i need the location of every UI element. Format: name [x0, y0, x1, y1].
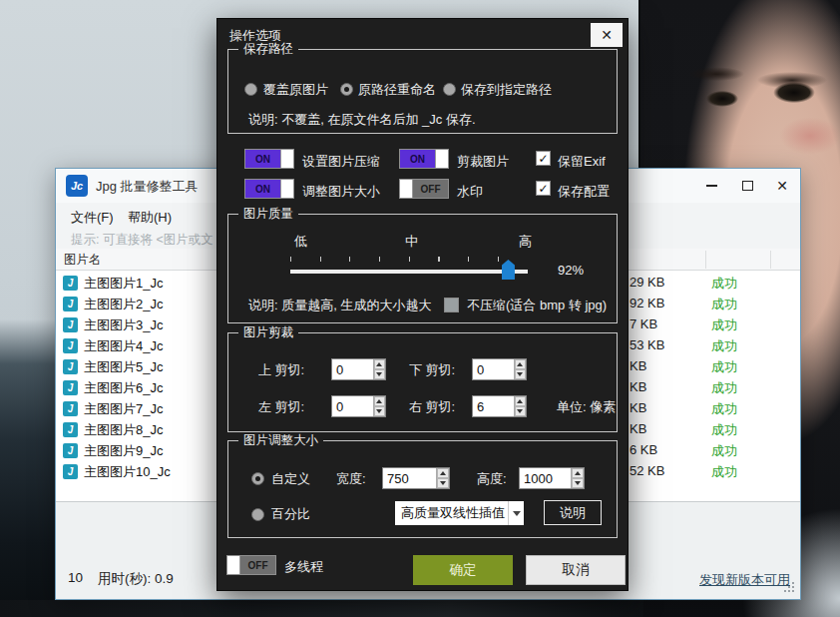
minimize-button[interactable]: [696, 175, 726, 197]
keep-exif-checkbox[interactable]: ✓: [536, 151, 551, 166]
radio-custom-path[interactable]: [443, 83, 456, 96]
file-name: 主图图片4_Jc: [84, 337, 163, 355]
file-icon: J: [63, 276, 78, 291]
file-name: 主图图片2_Jc: [84, 296, 163, 313]
dialog-close-button[interactable]: ✕: [591, 23, 623, 47]
spin-up-icon[interactable]: [515, 359, 526, 369]
toggle-knob: [280, 180, 293, 198]
toggle-knob: [227, 556, 240, 574]
quality-slider-handle[interactable]: [502, 260, 515, 280]
save-config-checkbox[interactable]: ✓: [536, 181, 551, 196]
crop-toggle[interactable]: ON: [399, 149, 449, 169]
toggle-knob: [400, 180, 413, 198]
file-size: KB: [630, 421, 646, 436]
radio-percent-size[interactable]: [251, 508, 264, 521]
toggle-state-label: ON: [245, 180, 280, 198]
file-status: 成功: [711, 316, 737, 334]
crop-right-input[interactable]: [473, 396, 514, 416]
radio-custom-path-label[interactable]: 保存到指定路径: [461, 81, 552, 99]
compress-toggle[interactable]: ON: [244, 149, 294, 169]
spin-down-icon[interactable]: [437, 478, 449, 488]
crop-top-spinner: [331, 358, 386, 380]
radio-rename-label[interactable]: 原路径重命名: [358, 81, 436, 99]
spin-up-icon[interactable]: [374, 359, 385, 369]
column-header-name[interactable]: 图片名: [64, 252, 102, 269]
watermark-toggle[interactable]: OFF: [399, 179, 449, 199]
width-spinner: [382, 467, 450, 489]
file-status: 成功: [711, 358, 737, 376]
quality-mid-label: 中: [405, 233, 418, 251]
cancel-button[interactable]: 取消: [526, 555, 626, 585]
window-close-button[interactable]: ✕: [767, 175, 797, 197]
multithread-label: 多线程: [284, 558, 323, 576]
spin-up-icon[interactable]: [572, 468, 584, 478]
quality-group: 图片质量 低 中 高 92% 说明: 质量越高, 生成的大小越大 ✓ 不压缩(适…: [227, 214, 618, 323]
check-icon: ✓: [537, 152, 550, 166]
file-name: 主图图片9_Jc: [84, 442, 163, 460]
resize-toggle-label: 调整图片大小: [302, 183, 380, 201]
file-status: 成功: [711, 379, 737, 397]
spin-up-icon[interactable]: [374, 396, 385, 406]
file-size: 52 KB: [630, 463, 664, 478]
menu-help[interactable]: 帮助(H): [128, 209, 172, 227]
quality-legend: 图片质量: [238, 206, 298, 223]
desktop: Jc Jpg 批量修整工具 ✕ 文件(F) 帮助(H) 提示: 可直接将 <图片…: [0, 0, 840, 617]
multithread-toggle[interactable]: OFF: [226, 555, 276, 575]
ok-button[interactable]: 确定: [413, 555, 513, 585]
width-input[interactable]: [383, 468, 436, 488]
file-status: 成功: [711, 463, 737, 481]
spin-up-icon[interactable]: [515, 396, 526, 406]
column-separator: [770, 251, 771, 269]
interpolation-dropdown[interactable]: 高质量双线性插值: [395, 501, 524, 525]
radio-custom-size-label[interactable]: 自定义: [271, 470, 310, 488]
status-count: 10: [68, 570, 83, 585]
crop-top-label: 上 剪切:: [258, 361, 304, 379]
close-icon: ✕: [601, 27, 613, 43]
spin-down-icon[interactable]: [572, 478, 584, 488]
radio-overwrite-label[interactable]: 覆盖原图片: [263, 81, 328, 99]
height-spinner: [519, 467, 585, 489]
spin-down-icon[interactable]: [374, 369, 385, 379]
crop-top-input[interactable]: [332, 359, 373, 379]
quality-slider-track[interactable]: [290, 270, 528, 274]
radio-rename-same-path[interactable]: [340, 83, 353, 96]
spin-down-icon[interactable]: [515, 406, 526, 416]
maximize-icon: [742, 181, 753, 191]
update-link[interactable]: 发现新版本可用: [699, 571, 790, 589]
file-status: 成功: [711, 442, 737, 460]
app-logo-icon: Jc: [66, 175, 88, 197]
no-compress-label[interactable]: 不压缩(适合 bmp 转 jpg): [467, 297, 607, 314]
spin-down-icon[interactable]: [515, 369, 526, 379]
spin-down-icon[interactable]: [374, 406, 385, 416]
resize-toggle[interactable]: ON: [244, 179, 294, 199]
file-size: KB: [630, 358, 646, 373]
height-input[interactable]: [520, 468, 571, 488]
file-icon: J: [63, 422, 78, 437]
file-icon: J: [63, 443, 78, 458]
no-compress-checkbox[interactable]: ✓: [444, 298, 459, 312]
save-config-label[interactable]: 保存配置: [558, 183, 610, 201]
file-icon: J: [63, 338, 78, 353]
resize-legend: 图片调整大小: [238, 432, 323, 449]
maximize-button[interactable]: [732, 175, 762, 197]
interpolation-value: 高质量双线性插值: [401, 504, 505, 522]
spin-up-icon[interactable]: [437, 468, 449, 478]
file-name: 主图图片10_Jc: [84, 463, 171, 481]
file-status: 成功: [711, 275, 737, 293]
info-button[interactable]: 说明: [544, 500, 602, 525]
file-status: 成功: [711, 337, 737, 355]
radio-custom-size[interactable]: [251, 472, 264, 485]
crop-bottom-input[interactable]: [473, 359, 514, 379]
window-title: Jpg 批量修整工具: [96, 178, 199, 196]
quality-value: 92%: [558, 263, 584, 278]
keep-exif-label[interactable]: 保留Exif: [558, 153, 606, 171]
check-icon: ✓: [537, 182, 550, 196]
radio-percent-size-label[interactable]: 百分比: [271, 505, 310, 523]
file-status: 成功: [711, 421, 737, 439]
resize-grip[interactable]: [783, 581, 795, 593]
file-name: 主图图片5_Jc: [84, 358, 163, 376]
radio-overwrite-original[interactable]: [244, 83, 257, 96]
save-path-group: 保存路径 覆盖原图片 原路径重命名 保存到指定路径 说明: 不覆盖, 在原文件名…: [227, 49, 618, 134]
crop-left-input[interactable]: [332, 396, 373, 416]
menu-file[interactable]: 文件(F): [71, 209, 114, 227]
